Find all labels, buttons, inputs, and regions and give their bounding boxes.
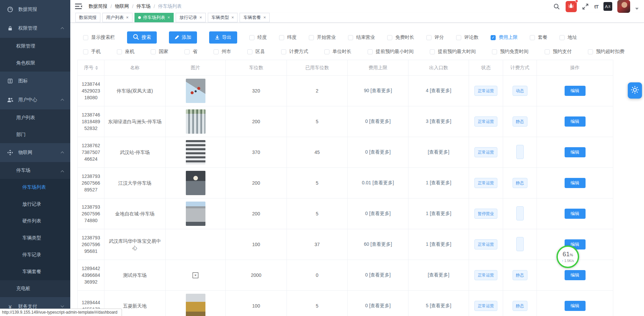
edit-button[interactable]: 编辑 (565, 301, 586, 311)
close-icon[interactable]: × (231, 16, 234, 20)
导出-button[interactable]: 导出 (209, 31, 237, 44)
fullscreen-icon[interactable] (582, 3, 589, 10)
edit-button[interactable]: 编辑 (565, 178, 586, 188)
avatar[interactable] (617, 0, 630, 13)
cell-gates[interactable]: [查看更多] (408, 137, 469, 168)
checkbox-州市[interactable]: 州市 (214, 49, 231, 55)
edit-button[interactable]: 编辑 (565, 116, 586, 127)
cell-fee[interactable]: 0.01 [查看更多] (348, 168, 408, 199)
close-icon[interactable]: × (126, 16, 129, 20)
checkbox-预约支付[interactable]: 预约支付 (545, 49, 572, 55)
sidebar-item-1-权限管理[interactable]: 权限管理 (0, 19, 70, 38)
sidebar-item-14-停车记录[interactable]: 停车记录 (0, 246, 70, 263)
close-icon[interactable]: × (199, 16, 202, 20)
col-header-序号[interactable]: 序号 (78, 60, 104, 76)
checkbox-经度[interactable]: 经度 (249, 34, 267, 41)
checkbox-套餐[interactable]: 套餐 (530, 34, 547, 41)
添加-button[interactable]: 添加 (169, 31, 197, 44)
checkbox-预约超时扣费[interactable]: 预约超时扣费 (588, 49, 624, 55)
cell-fee[interactable]: 0 [查看更多] (348, 137, 408, 168)
sidebar-item-8-物联网[interactable]: 物联网 (0, 143, 70, 162)
sidebar-item-label: 图标 (18, 78, 28, 84)
checkbox-免费时长[interactable]: 免费时长 (387, 34, 414, 41)
checkbox-结束营业[interactable]: 结束营业 (348, 34, 375, 41)
edit-button[interactable]: 编辑 (565, 147, 586, 157)
breadcrumb-item-停车场[interactable]: 停车场 (137, 3, 151, 9)
caret-down-icon[interactable] (635, 8, 639, 10)
parking-photo-people[interactable] (186, 79, 205, 103)
parking-photo-garage[interactable] (186, 171, 205, 195)
tab-数据简报[interactable]: 数据简报 (75, 13, 100, 22)
tab-车辆套餐[interactable]: 车辆套餐× (240, 13, 270, 22)
sidebar-item-13-车辆类型[interactable]: 车辆类型 (0, 230, 70, 246)
cell-fee[interactable]: 0 [查看更多] (348, 199, 408, 229)
parking-photo-aerial[interactable] (186, 140, 205, 164)
hamburger-icon[interactable] (75, 3, 82, 9)
translate-icon[interactable]: A文 (603, 2, 612, 11)
tab-停车场列表[interactable]: 停车场列表× (134, 13, 174, 22)
sidebar-item-2-权限管理[interactable]: 权限管理 (0, 38, 70, 55)
sidebar-item-7-部门[interactable]: 部门 (0, 126, 70, 143)
cell-fee[interactable]: 0 [查看更多] (348, 106, 408, 137)
breadcrumb-item-物联网[interactable]: 物联网 (115, 3, 129, 9)
checkbox-评分[interactable]: 评分 (426, 34, 444, 41)
checkbox-费用上限[interactable]: ✓费用上限 (491, 34, 518, 41)
cell-gates[interactable]: 1 [查看更多] (408, 168, 469, 199)
checkbox-手机[interactable]: 手机 (83, 49, 101, 55)
cell-gates[interactable]: 1 [查看更多] (408, 199, 469, 229)
sidebar-item-5-用户中心[interactable]: 用户中心 (0, 90, 70, 109)
error-log-button[interactable] (566, 1, 577, 12)
checkbox-预约免责时间[interactable]: 预约免责时间 (492, 49, 528, 55)
checkbox-座机[interactable]: 座机 (117, 49, 134, 55)
parking-photo-building[interactable] (186, 202, 205, 226)
checkbox-地址[interactable]: 地址 (560, 34, 577, 41)
checkbox-区县[interactable]: 区县 (247, 49, 265, 55)
cell-gates[interactable]: 1 [查看更多] (408, 229, 469, 260)
edit-button[interactable]: 编辑 (565, 209, 586, 219)
cell-fee[interactable]: 0 [查看更多] (348, 260, 408, 291)
parking-photo-cars[interactable] (186, 109, 205, 134)
edit-button[interactable]: 编辑 (565, 86, 586, 96)
edit-icon (175, 35, 179, 41)
sidebar-item-15-车辆套餐[interactable]: 车辆套餐 (0, 263, 70, 280)
搜索-button[interactable]: 搜索 (127, 31, 157, 44)
text-size-icon[interactable]: tT (594, 4, 598, 9)
sidebar-item-10-停车场列表[interactable]: 停车场列表 (0, 179, 70, 196)
sidebar-item-0-数据简报[interactable]: 数据简报 (0, 0, 70, 19)
sidebar-item-9-停车场[interactable]: 停车场 (0, 162, 70, 179)
cell-gates[interactable]: 5 [查看更多] (408, 291, 469, 316)
sidebar-item-6-用户列表[interactable]: 用户列表 (0, 109, 70, 126)
cell-fee[interactable]: 60 [查看更多] (348, 229, 408, 260)
sidebar-item-4-图标[interactable]: 图标 (0, 72, 70, 90)
cell-gates[interactable]: 4 [查看更多] (408, 76, 469, 106)
tab-放行记录[interactable]: 放行记录× (176, 13, 206, 22)
tab-车辆类型[interactable]: 车辆类型× (208, 13, 238, 22)
breadcrumb-item-数据简报[interactable]: 数据简报 (89, 3, 107, 9)
cell-gates[interactable]: [查看更多] (408, 260, 469, 291)
close-icon[interactable]: × (168, 16, 170, 20)
checkbox-计费方式[interactable]: 计费方式 (281, 49, 308, 55)
search-icon[interactable] (553, 3, 561, 10)
sidebar-item-11-放行记录[interactable]: 放行记录 (0, 196, 70, 213)
checkbox-评论数[interactable]: 评论数 (456, 34, 478, 41)
edit-button[interactable]: 编辑 (565, 270, 586, 280)
checkbox-纬度[interactable]: 纬度 (279, 34, 297, 41)
cell-fee[interactable]: 90 [查看更多] (348, 76, 408, 106)
checkbox-显示搜索栏[interactable]: 显示搜索栏 (83, 34, 115, 41)
cell-fee[interactable]: 0 [查看更多] (348, 291, 408, 316)
sort-icons[interactable] (95, 66, 98, 70)
sidebar-item-3-角色权限[interactable]: 角色权限 (0, 55, 70, 72)
checkbox-提前预约最小时间[interactable]: 提前预约最小时间 (368, 49, 414, 55)
sidebar-item-12-硬件列表[interactable]: 硬件列表 (0, 213, 70, 230)
checkbox-国家[interactable]: 国家 (151, 49, 168, 55)
parking-photo-mall[interactable] (186, 294, 205, 316)
checkbox-省[interactable]: 省 (184, 49, 197, 55)
checkbox-单位时长[interactable]: 单位时长 (324, 49, 351, 55)
cell-gates[interactable]: 3 [查看更多] (408, 106, 469, 137)
checkbox-提前预约最大时间[interactable]: 提前预约最大时间 (430, 49, 476, 55)
sidebar-item-16-充电桩[interactable]: 充电桩 (0, 280, 70, 297)
tab-用户列表[interactable]: 用户列表× (102, 13, 132, 22)
checkbox-开始营业[interactable]: 开始营业 (309, 34, 336, 41)
settings-gear-button[interactable] (628, 82, 642, 99)
close-icon[interactable]: × (263, 16, 266, 20)
